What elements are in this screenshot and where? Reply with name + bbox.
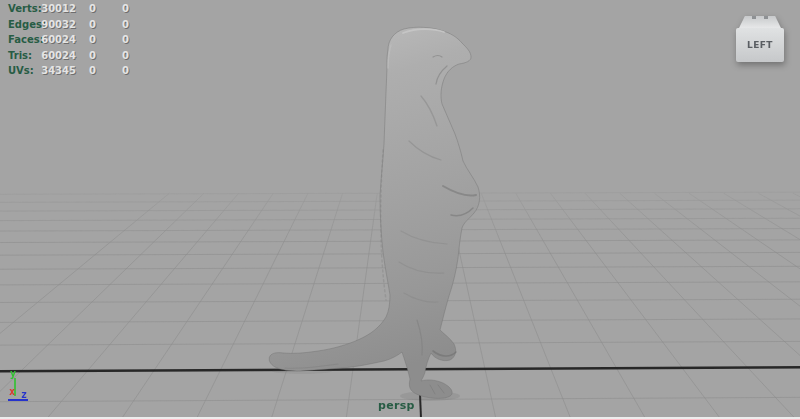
grid-line: [620, 193, 800, 419]
hud-selected-count: 0: [115, 34, 129, 45]
hud-row-edges: Edges: 90032 0 0: [8, 19, 148, 35]
z-axis-label: z: [21, 389, 27, 400]
grid-line: [270, 193, 343, 419]
view-cube[interactable]: LEFT: [736, 16, 784, 62]
hud-value: 30012: [34, 3, 76, 14]
grid-line: [724, 193, 800, 419]
view-cube-front-face[interactable]: LEFT: [736, 28, 784, 62]
hud-selected-count: 0: [82, 3, 96, 14]
hud-value: 90032: [34, 19, 76, 30]
hud-row-verts: Verts: 30012 0 0: [8, 3, 148, 19]
hud-label: UVs:: [8, 65, 34, 76]
hud-selected-count: 0: [82, 50, 96, 61]
view-cube-face-label: LEFT: [747, 40, 773, 50]
hud-row-uvs: UVs: 34345 0 0: [8, 65, 148, 81]
hud-value: 60024: [34, 50, 76, 61]
hud-row-tris: Tris: 60024 0 0: [8, 50, 148, 66]
grid-line: [42, 193, 238, 419]
hud-label: Tris:: [8, 50, 32, 61]
hud-value: 34345: [34, 65, 76, 76]
axis-gizmo: y x z: [6, 356, 50, 404]
grid-line: [516, 193, 649, 419]
hud-selected-count: 0: [115, 19, 129, 30]
hud-row-faces: Faces: 60024 0 0: [8, 34, 148, 50]
hud-selected-count: 0: [115, 3, 129, 14]
hud-selected-count: 0: [82, 34, 96, 45]
hud-selected-count: 0: [82, 65, 96, 76]
hud-selected-count: 0: [82, 19, 96, 30]
grid-line: [345, 193, 377, 419]
grid-line: [793, 193, 800, 419]
x-axis-label: x: [9, 386, 15, 397]
grid-line: [118, 193, 273, 419]
camera-name-label: persp: [378, 399, 415, 412]
grid-line: [585, 193, 800, 419]
hud-value: 60024: [34, 34, 76, 45]
grid-line: [654, 193, 800, 419]
hud-selected-count: 0: [115, 50, 129, 61]
hud-selected-count: 0: [115, 65, 129, 76]
y-axis-label: y: [10, 368, 16, 379]
grid-line: [0, 367, 800, 371]
poly-count-hud: Verts: 30012 0 0 Edges: 90032 0 0 Faces:…: [8, 3, 148, 81]
grid-line: [481, 193, 573, 419]
maya-3d-viewport[interactable]: Verts: 30012 0 0 Edges: 90032 0 0 Faces:…: [0, 0, 800, 419]
view-cube-top-face[interactable]: [739, 16, 781, 28]
